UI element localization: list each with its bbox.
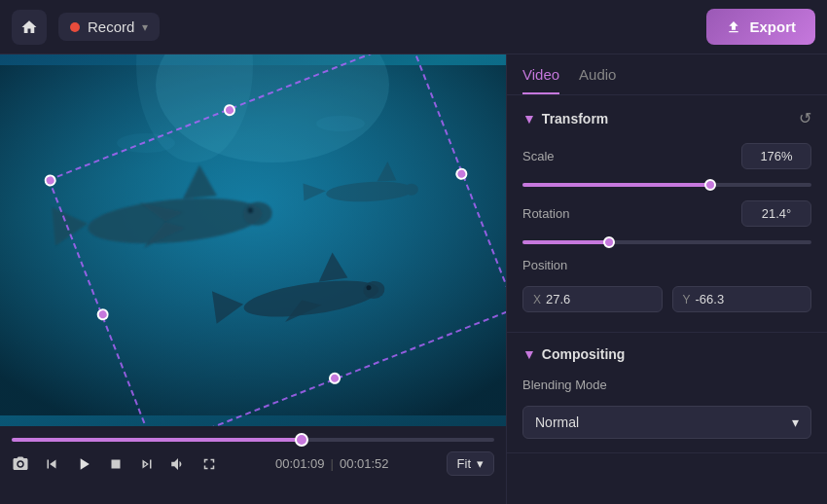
volume-button[interactable] [169,455,187,473]
transform-header: ▼ Transform ↺ [522,109,811,127]
record-chevron-icon: ▾ [142,20,148,34]
total-time: 00:01:52 [340,456,389,471]
progress-fill [12,438,302,442]
progress-bar[interactable] [12,438,494,442]
fullscreen-button[interactable] [200,455,218,473]
fit-label: Fit [457,456,471,471]
rotation-thumb[interactable] [603,236,615,248]
current-time: 00:01:09 [275,456,325,471]
video-canvas [0,54,506,426]
top-bar-left: Record ▾ [12,10,160,45]
rotation-slider[interactable] [522,240,811,244]
transform-title: ▼ Transform [522,111,608,126]
tab-video[interactable]: Video [522,66,559,94]
position-inputs-row: X 27.6 Y -66.3 [522,286,811,312]
rotation-slider-row [522,240,811,244]
rotation-fill [522,240,609,244]
y-axis-label: Y [683,293,691,306]
scale-label: Scale [522,149,555,163]
record-label: Record [88,18,134,35]
compositing-section: ▼ Compositing Blending Mode Normal ▾ [507,333,827,453]
rotation-value[interactable]: 21.4° [741,200,811,227]
record-dot-icon [70,22,80,32]
transform-arrow-icon: ▼ [522,111,536,126]
position-label: Position [522,258,567,272]
skip-button[interactable] [138,455,156,473]
compositing-header: ▼ Compositing [522,346,811,362]
transform-section: ▼ Transform ↺ Scale 176% Rotation 21.4° [507,95,827,333]
position-y-input[interactable]: Y -66.3 [672,286,812,312]
video-area: 00:01:09 | 00:01:52 Fit ▾ [0,54,506,504]
panel-tabs: Video Audio [507,54,827,95]
export-button[interactable]: Export [706,9,815,45]
video-controls: 00:01:09 | 00:01:52 Fit ▾ [0,426,506,504]
home-button[interactable] [12,10,47,45]
scale-value[interactable]: 176% [741,143,811,169]
progress-thumb[interactable] [295,433,308,447]
position-label-row: Position [522,258,811,272]
scale-fill [522,183,710,187]
top-bar: Record ▾ Export [0,0,827,54]
rotation-row: Rotation 21.4° [522,200,811,227]
record-button[interactable]: Record ▾ [58,13,160,41]
scale-thumb[interactable] [704,179,716,191]
main-content: 00:01:09 | 00:01:52 Fit ▾ Video Audio [0,54,827,504]
reset-button[interactable]: ↺ [799,109,811,127]
scale-slider-row [522,183,811,187]
blending-mode-label: Blending Mode [522,378,607,392]
export-label: Export [749,18,796,35]
blending-mode-value: Normal [535,414,579,430]
stop-button[interactable] [107,455,125,473]
right-panel: Video Audio ▼ Transform ↺ Scale 176% [506,54,827,504]
position-x-value: 27.6 [546,292,570,306]
time-separator: | [331,456,334,471]
x-axis-label: X [533,293,541,306]
controls-left [12,454,218,474]
compositing-title: ▼ Compositing [522,346,625,362]
tab-audio[interactable]: Audio [579,66,616,94]
fit-chevron-icon: ▾ [477,456,484,471]
scale-row: Scale 176% [522,143,811,169]
position-x-input[interactable]: X 27.6 [522,286,663,312]
position-y-value: -66.3 [696,292,725,306]
time-display: 00:01:09 | 00:01:52 [275,456,389,471]
blending-chevron-icon: ▾ [792,414,799,430]
scale-slider[interactable] [522,183,811,187]
compositing-arrow-icon: ▼ [522,346,536,362]
controls-right: Fit ▾ [447,451,494,476]
play-button[interactable] [74,454,93,474]
rotation-label: Rotation [522,206,569,221]
controls-row: 00:01:09 | 00:01:52 Fit ▾ [12,451,494,476]
fit-dropdown[interactable]: Fit ▾ [447,451,494,476]
svg-rect-22 [112,459,121,468]
screenshot-button[interactable] [12,455,29,473]
blending-mode-dropdown[interactable]: Normal ▾ [522,406,811,439]
rewind-button[interactable] [43,455,60,473]
blending-mode-row: Blending Mode [522,378,811,392]
